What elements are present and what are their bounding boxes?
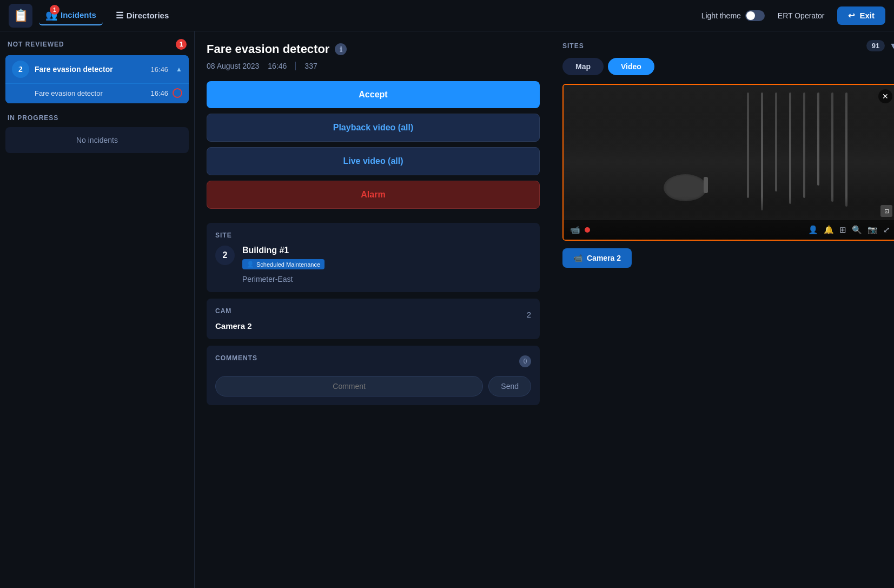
- fullscreen-icon[interactable]: ⤢: [883, 225, 890, 235]
- incidents-label: Incidents: [61, 10, 96, 19]
- no-incidents-box: No incidents: [5, 127, 189, 153]
- site-badge: 2: [215, 246, 235, 265]
- video-scene: [564, 85, 894, 240]
- video-controls-right: 👤 🔔 ⊞ 🔍 📷 ⤢: [808, 225, 890, 235]
- send-button[interactable]: Send: [488, 376, 531, 397]
- person-detect-icon[interactable]: 👤: [808, 225, 818, 235]
- incident-title-area: Fare evasion detector ℹ: [207, 42, 540, 56]
- site-section-title: SITE: [215, 232, 531, 239]
- scheduled-maintenance-badge: 👤 Scheduled Maintenance: [242, 259, 325, 269]
- ert-label: ERT Operator: [778, 11, 825, 20]
- main-layout: NOT REVIEWED 1 👤 2 Fare evasion detector…: [0, 31, 894, 588]
- incident-card-sub[interactable]: Fare evasion detector 16:46: [5, 83, 189, 103]
- incident-date: 08 August 2023: [207, 62, 259, 70]
- video-player: ⬚ ✕: [562, 84, 894, 241]
- exit-icon: ↩: [848, 11, 855, 21]
- person-icon: 👤: [14, 62, 21, 68]
- camera-btn-label: Camera 2: [587, 254, 621, 262]
- scheduled-label: Scheduled Maintenance: [256, 261, 320, 268]
- in-progress-title: IN PROGRESS: [8, 114, 58, 122]
- left-panel: NOT REVIEWED 1 👤 2 Fare evasion detector…: [0, 31, 195, 588]
- incident-title-text: Fare evasion detector: [207, 42, 329, 56]
- alarm-button[interactable]: Alarm: [207, 181, 540, 209]
- playback-button[interactable]: Playback video (all): [207, 114, 540, 142]
- not-reviewed-title: NOT REVIEWED: [8, 41, 64, 48]
- not-reviewed-header: NOT REVIEWED 1: [5, 39, 189, 50]
- tab-map[interactable]: Map: [562, 58, 604, 75]
- comments-header: COMMENTS 0: [215, 354, 531, 368]
- search-icon[interactable]: 🔍: [852, 225, 862, 235]
- grid-icon[interactable]: ⊞: [839, 225, 846, 235]
- camera-2-button[interactable]: 📹 Camera 2: [562, 248, 632, 268]
- incident-group[interactable]: 👤 2 Fare evasion detector 16:46 ▲ Fare e…: [5, 55, 189, 103]
- camera-snap-icon[interactable]: 📷: [867, 225, 878, 235]
- incident-card-main[interactable]: 👤 2 Fare evasion detector 16:46 ▲: [5, 55, 189, 83]
- site-section: SITE 2 Building #1 👤 Scheduled Maintenan…: [207, 223, 540, 292]
- info-icon[interactable]: ℹ: [335, 43, 347, 55]
- cam-number: 2: [527, 310, 531, 319]
- tabs-row: Map Video: [562, 58, 894, 75]
- incidents-badge: 1: [50, 5, 59, 15]
- incident-sub-name: Fare evasion detector: [35, 89, 103, 97]
- meta-divider: [295, 62, 296, 70]
- ring-icon: [173, 88, 182, 98]
- incident-count-badge: 👤 2: [12, 61, 29, 78]
- chevron-up-icon: ▲: [176, 65, 182, 73]
- in-progress-header: IN PROGRESS: [5, 114, 189, 122]
- site-name: Building #1: [242, 246, 325, 255]
- toggle-thumb: [746, 11, 755, 20]
- incident-name: Fare evasion detector: [35, 65, 145, 74]
- theme-toggle[interactable]: [745, 10, 765, 21]
- sites-header-right: 91 ▼: [866, 40, 894, 51]
- site-card: 2 Building #1 👤 Scheduled Maintenance Pe…: [215, 246, 531, 283]
- cam-name: Camera 2: [215, 321, 531, 331]
- incident-sub-right: 16:46: [150, 88, 182, 98]
- center-panel: Fare evasion detector ℹ 08 August 2023 1…: [195, 31, 552, 588]
- app-logo: 📋: [9, 4, 32, 28]
- camera-icon: 📹: [570, 225, 580, 235]
- chevron-down-icon[interactable]: ▼: [889, 41, 894, 51]
- comment-inputs: Send: [215, 376, 531, 397]
- comments-count: 0: [519, 355, 531, 367]
- right-panel: SITES 91 ▼ Map Video ⬚ ✕: [552, 31, 894, 588]
- sites-header: SITES 91 ▼: [562, 40, 894, 51]
- camera-btn-icon: 📹: [573, 254, 582, 262]
- incident-id: 337: [304, 62, 317, 70]
- not-reviewed-badge: 1: [176, 39, 187, 50]
- incident-meta: 08 August 2023 16:46 337: [207, 62, 540, 70]
- comment-input[interactable]: [215, 376, 483, 397]
- theme-toggle-area: Light theme: [701, 10, 765, 21]
- accept-button[interactable]: Accept: [207, 81, 540, 108]
- directories-label: Directories: [127, 11, 169, 20]
- site-location: Perimeter-East: [242, 275, 325, 283]
- nav-directories[interactable]: ☰ Directories: [109, 7, 175, 24]
- pip-button[interactable]: ⊡: [880, 205, 892, 217]
- site-details: Building #1 👤 Scheduled Maintenance Peri…: [242, 246, 325, 283]
- recording-dot: [585, 227, 590, 233]
- incident-sub-time: 16:46: [150, 89, 168, 97]
- comments-title: COMMENTS: [215, 354, 257, 362]
- cam-section: CAM 2 Camera 2: [207, 299, 540, 339]
- live-video-button[interactable]: Live video (all): [207, 147, 540, 175]
- sites-title: SITES: [562, 42, 584, 50]
- person-small-icon: 👤: [247, 261, 254, 268]
- exit-button[interactable]: ↩ Exit: [837, 6, 885, 25]
- no-incidents-label: No incidents: [76, 136, 118, 144]
- close-video-button[interactable]: ✕: [878, 89, 892, 103]
- cam-section-title: CAM: [215, 307, 231, 315]
- nav-incidents[interactable]: 👥 1 Incidents: [39, 6, 103, 25]
- exit-label: Exit: [859, 11, 875, 20]
- tab-video[interactable]: Video: [608, 58, 654, 75]
- sites-count: 91: [866, 40, 885, 51]
- comments-section: COMMENTS 0 Send: [207, 346, 540, 405]
- video-controls-left: 📹: [570, 225, 590, 235]
- bell-icon[interactable]: 🔔: [824, 225, 834, 235]
- incident-time: 16:46: [151, 65, 169, 74]
- video-controls-bar: 📹 👤 🔔 ⊞ 🔍 📷 ⤢: [564, 220, 894, 240]
- in-progress-section: IN PROGRESS No incidents: [5, 114, 189, 153]
- theme-label: Light theme: [701, 11, 741, 20]
- meta-time: 16:46: [268, 62, 287, 70]
- top-navigation: 📋 👥 1 Incidents ☰ Directories Light them…: [0, 0, 894, 31]
